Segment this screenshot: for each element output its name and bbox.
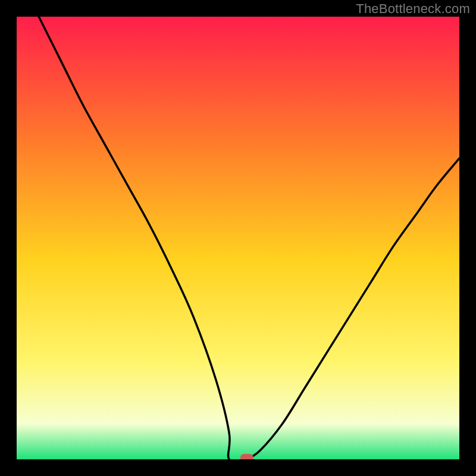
current-config-marker <box>240 454 253 459</box>
plot-area <box>17 17 459 459</box>
chart-frame: TheBottleneck.com <box>0 0 476 476</box>
gradient-background <box>17 17 459 459</box>
chart-svg <box>17 17 459 459</box>
watermark-text: TheBottleneck.com <box>356 1 470 17</box>
